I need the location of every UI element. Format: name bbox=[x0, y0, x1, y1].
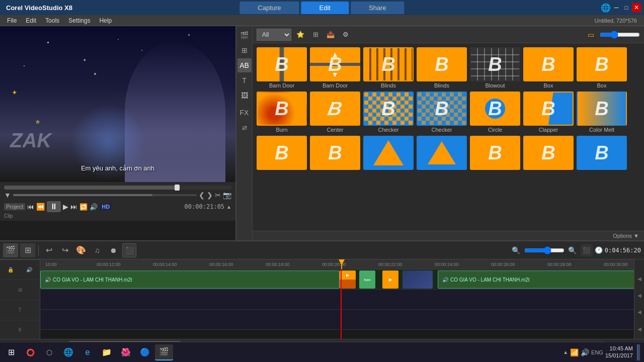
collapse-video-track[interactable]: ◀ bbox=[635, 271, 643, 287]
collapse-overlay-track[interactable]: ◀ bbox=[635, 288, 643, 303]
next-frame-button[interactable]: ⏭ bbox=[70, 203, 77, 211]
prev-frame-button[interactable]: ⏮ bbox=[27, 203, 34, 211]
track-overlay[interactable]: ⊞ bbox=[0, 280, 40, 300]
transition-checker1[interactable]: B Checker bbox=[363, 92, 414, 133]
menu-settings[interactable]: Settings bbox=[64, 16, 94, 25]
instant-project-icon[interactable]: ⊞ bbox=[237, 43, 252, 57]
transition-r2[interactable]: B bbox=[310, 136, 360, 170]
title-icon[interactable]: T bbox=[237, 73, 252, 87]
app1-taskbar-button[interactable]: 🌺 bbox=[117, 344, 135, 360]
transition-r6[interactable]: B bbox=[523, 136, 574, 170]
settings-icon[interactable]: ⚙ bbox=[340, 29, 352, 41]
view-toggle[interactable]: ▭ bbox=[585, 29, 597, 41]
transition-r7[interactable]: B bbox=[577, 136, 627, 170]
graphics-icon[interactable]: 🖼 bbox=[237, 88, 252, 103]
transition-color-melt[interactable]: B Color Melt bbox=[577, 92, 627, 133]
collapse-voice-track[interactable]: ◀ bbox=[635, 321, 643, 337]
snapshot-icon[interactable]: 📷 bbox=[223, 191, 231, 199]
transition-checker2[interactable]: B Checker bbox=[417, 92, 467, 133]
undo-button[interactable]: ↩ bbox=[42, 243, 56, 257]
transition-blinds-h[interactable]: B Blinds bbox=[417, 47, 467, 88]
media-icon[interactable]: 🎬 bbox=[237, 28, 252, 42]
audio-button[interactable]: ♫ bbox=[90, 243, 104, 257]
transition-barn-door-h[interactable]: B Barn Door bbox=[257, 47, 307, 88]
timeline-film-icon[interactable]: 🎬 bbox=[3, 243, 18, 257]
trans-clip-2[interactable]: han bbox=[359, 270, 375, 289]
start-button[interactable]: ⊞ bbox=[2, 344, 20, 360]
transition-center[interactable]: B Center bbox=[310, 92, 360, 133]
transition-r5[interactable]: B bbox=[470, 136, 520, 170]
repeat-button[interactable]: 🔁 bbox=[79, 203, 88, 211]
minimize-button[interactable]: ─ bbox=[612, 3, 621, 12]
tab-share[interactable]: Share bbox=[351, 2, 405, 14]
ie-taskbar-button[interactable]: 🌐 bbox=[59, 344, 77, 360]
tab-capture[interactable]: Capture bbox=[239, 2, 299, 14]
transition-clapper[interactable]: B Clapper bbox=[523, 92, 574, 133]
track-title[interactable]: T bbox=[0, 300, 40, 320]
trans-clip-1[interactable]: ▶ bbox=[340, 270, 356, 289]
color-correct-button[interactable]: 🎨 bbox=[74, 243, 88, 257]
record-button[interactable]: ⏺ bbox=[106, 243, 120, 257]
filter-dropdown[interactable]: All 3D Album bbox=[257, 29, 291, 41]
fx-icon[interactable]: FX bbox=[237, 106, 252, 120]
video-clip-right[interactable]: 🔊 CO GIA VO - LAM CHI THANH.m2t bbox=[438, 270, 634, 289]
video-clip-left[interactable]: 🔊 CO GIA VO - LAM CHI THANH.m2t bbox=[40, 270, 340, 289]
pause-button[interactable]: ⏸ bbox=[47, 201, 61, 212]
volume-tray-icon[interactable]: 🔊 bbox=[581, 348, 589, 356]
import-icon[interactable]: 📤 bbox=[325, 29, 337, 41]
maximize-button[interactable]: □ bbox=[622, 3, 631, 12]
redo-button[interactable]: ↪ bbox=[58, 243, 72, 257]
tray-arrow[interactable]: ▲ bbox=[563, 349, 568, 355]
playhead-thumb[interactable] bbox=[175, 185, 180, 191]
transition-circle[interactable]: B Circle bbox=[470, 92, 520, 133]
timecode-spinner-up[interactable]: ▲ bbox=[226, 204, 231, 210]
tab-edit[interactable]: Edit bbox=[301, 2, 349, 14]
search-button[interactable]: ⭕ bbox=[21, 344, 39, 360]
input-lang[interactable]: ENG bbox=[591, 349, 603, 355]
zoom-slider[interactable] bbox=[524, 246, 565, 254]
transition-blowout[interactable]: B Blowout bbox=[470, 47, 520, 88]
size-slider[interactable] bbox=[600, 31, 640, 39]
volume-button[interactable]: 🔊 bbox=[90, 203, 98, 211]
menu-edit[interactable]: Edit bbox=[22, 16, 40, 25]
zoom-out-button[interactable]: 🔍 bbox=[510, 244, 522, 256]
show-desktop-button[interactable] bbox=[637, 344, 640, 360]
timeline-view-button[interactable]: ⬛ bbox=[581, 244, 593, 256]
options-bar[interactable]: Options ▼ bbox=[253, 231, 644, 240]
menu-tools[interactable]: Tools bbox=[41, 16, 63, 25]
trans-clip-3[interactable]: ▶ bbox=[382, 270, 398, 289]
track-lock-video[interactable]: 🔒 🔊 bbox=[0, 260, 40, 280]
track-voice[interactable]: 🎙 bbox=[0, 320, 40, 339]
menu-file[interactable]: File bbox=[3, 16, 21, 25]
transition-blinds-v[interactable]: B Blinds bbox=[363, 47, 414, 88]
close-button[interactable]: ✕ bbox=[632, 3, 641, 12]
transition-burn[interactable]: B Burn bbox=[257, 92, 307, 133]
transition-r4[interactable] bbox=[417, 136, 467, 170]
network-icon[interactable]: 📶 bbox=[570, 348, 579, 356]
rewind-button[interactable]: ⏪ bbox=[36, 203, 45, 211]
transition-icon[interactable]: ⇄ bbox=[237, 121, 252, 135]
clock-display[interactable]: 10:45 AM 15/01/2017 bbox=[605, 345, 633, 358]
menu-help[interactable]: Help bbox=[95, 16, 116, 25]
transition-box1[interactable]: B Box bbox=[523, 47, 574, 88]
app3-taskbar-button[interactable]: 🎬 bbox=[155, 344, 173, 360]
out-point-button[interactable]: ❯ bbox=[207, 191, 213, 199]
collapse-title-track[interactable]: ◀ bbox=[635, 304, 643, 320]
transition-r1[interactable]: B bbox=[257, 136, 307, 170]
folder-taskbar-button[interactable]: 📁 bbox=[98, 344, 116, 360]
text-icon[interactable]: AB bbox=[237, 58, 252, 72]
cut-icon[interactable]: ✂ bbox=[215, 191, 221, 199]
task-view-button[interactable]: ⬡ bbox=[40, 344, 58, 360]
timeline-storyboard-icon[interactable]: ⊞ bbox=[20, 243, 35, 257]
transition-box2[interactable]: B Box bbox=[577, 47, 627, 88]
transition-r3[interactable] bbox=[363, 136, 414, 170]
transition-barn-door-v[interactable]: B ▲ ▼ Barn Door bbox=[310, 47, 360, 88]
sort-icon[interactable]: ⊞ bbox=[309, 29, 321, 41]
play-button[interactable]: ▶ bbox=[63, 203, 68, 211]
zoom-in-button[interactable]: 🔍 bbox=[567, 244, 579, 256]
app2-taskbar-button[interactable]: 🔵 bbox=[136, 344, 154, 360]
browser-taskbar-button[interactable]: e bbox=[78, 344, 97, 360]
in-point-button[interactable]: ❮ bbox=[199, 191, 205, 199]
subtitle-button[interactable]: ⬛ bbox=[122, 243, 136, 257]
favorites-icon[interactable]: ⭐ bbox=[294, 29, 306, 41]
